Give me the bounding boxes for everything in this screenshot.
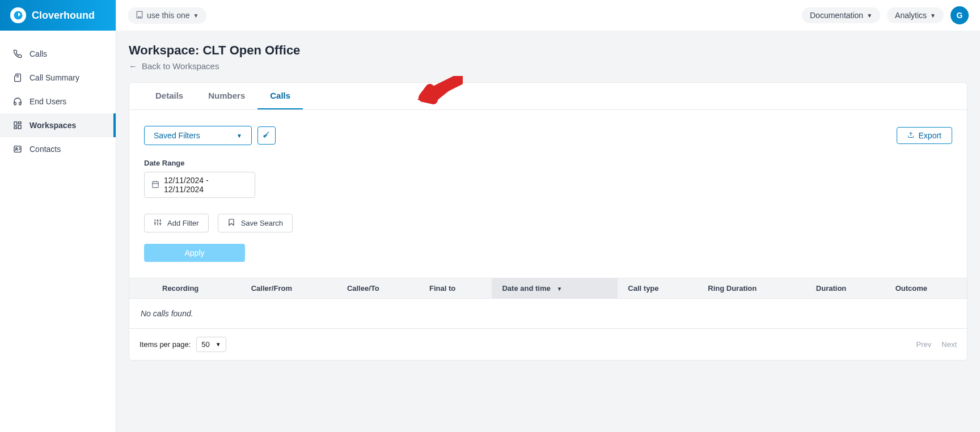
sidebar-item-contacts[interactable]: Contacts: [0, 137, 116, 161]
sort-desc-icon: ▼: [557, 286, 563, 292]
column-date-time[interactable]: Date and time ▼: [492, 278, 618, 299]
main-area: use this one ▼ Documentation ▼ Analytics…: [116, 0, 980, 432]
nav-label: Calls: [29, 49, 47, 58]
add-filter-label: Add Filter: [167, 219, 199, 227]
headset-icon: [12, 96, 23, 107]
documentation-link[interactable]: Documentation ▼: [802, 7, 880, 23]
save-search-label: Save Search: [241, 219, 283, 227]
building-icon: [136, 11, 143, 20]
svg-rect-2: [18, 125, 21, 129]
nav-label: Call Summary: [29, 73, 79, 82]
column-date-time-label: Date and time: [502, 284, 550, 293]
sidebar-item-calls[interactable]: Calls: [0, 42, 116, 66]
topbar: use this one ▼ Documentation ▼ Analytics…: [116, 0, 980, 31]
column-expand: [129, 278, 152, 299]
phone-icon: [12, 49, 23, 59]
clear-filters-button[interactable]: [257, 126, 276, 145]
filters-section: Saved Filters ▼: [129, 110, 967, 278]
workspace-selector-label: use this one: [147, 11, 190, 20]
tab-numbers[interactable]: Numbers: [196, 83, 257, 109]
tabs: Details Numbers Calls: [129, 83, 967, 110]
svg-rect-3: [14, 127, 17, 129]
upload-icon: [907, 131, 914, 140]
column-duration[interactable]: Duration: [806, 278, 885, 299]
save-search-button[interactable]: Save Search: [218, 214, 293, 232]
column-ring-duration[interactable]: Ring Duration: [698, 278, 806, 299]
chevron-down-icon: ▼: [236, 133, 242, 139]
workspace-selector[interactable]: use this one ▼: [128, 7, 206, 24]
date-range-input[interactable]: 12/11/2024 - 12/11/2024: [144, 172, 255, 198]
chevron-down-icon: ▼: [867, 12, 872, 19]
add-filter-button[interactable]: Add Filter: [144, 214, 209, 232]
svg-rect-0: [14, 122, 17, 125]
date-range-label: Date Range: [144, 159, 952, 167]
calls-table: Recording Caller/From Callee/To Final to…: [129, 278, 967, 328]
items-per-page-label: Items per page:: [140, 340, 191, 349]
items-per-page-value: 50: [201, 340, 209, 349]
sidebar-item-call-summary[interactable]: Call Summary: [0, 66, 116, 90]
nav-label: Workspaces: [29, 121, 76, 130]
chevron-down-icon: ▼: [193, 12, 199, 19]
chevron-down-icon: ▼: [216, 341, 221, 348]
bookmark-icon: [227, 218, 235, 228]
column-callee-to[interactable]: Callee/To: [337, 278, 419, 299]
tab-details[interactable]: Details: [143, 83, 196, 109]
export-label: Export: [919, 131, 941, 140]
back-to-workspaces-link[interactable]: ← Back to Workspaces: [129, 61, 968, 71]
nav-label: Contacts: [29, 145, 61, 154]
date-range-value: 12/11/2024 - 12/11/2024: [164, 176, 248, 194]
sliders-icon: [154, 218, 162, 228]
sidebar-item-end-users[interactable]: End Users: [0, 90, 116, 113]
prev-button[interactable]: Prev: [916, 340, 932, 349]
nav: Calls Call Summary End Users Workspaces: [0, 31, 116, 161]
column-caller-from[interactable]: Caller/From: [241, 278, 337, 299]
documentation-label: Documentation: [810, 11, 863, 20]
saved-filters-label: Saved Filters: [154, 131, 200, 140]
brand-header[interactable]: Cloverhound: [0, 0, 116, 31]
next-button[interactable]: Next: [941, 340, 957, 349]
svg-point-5: [16, 147, 18, 149]
items-per-page-select[interactable]: 50 ▼: [196, 337, 226, 352]
export-button[interactable]: Export: [897, 127, 952, 144]
pagination: Items per page: 50 ▼ Prev Next: [129, 328, 967, 360]
arrow-left-icon: ←: [129, 61, 137, 71]
page-title: Workspace: CLT Open Office: [129, 43, 968, 58]
column-final-to[interactable]: Final to: [419, 278, 492, 299]
chevron-down-icon: ▼: [930, 12, 936, 19]
analytics-link[interactable]: Analytics ▼: [887, 7, 944, 23]
avatar-initial: G: [957, 11, 963, 20]
column-recording[interactable]: Recording: [152, 278, 241, 299]
svg-rect-8: [153, 181, 159, 188]
contacts-icon: [12, 144, 23, 154]
broom-icon: [263, 130, 271, 141]
brand-logo-icon: [10, 7, 26, 23]
sidebar: Cloverhound Calls Call Summary End Users: [0, 0, 116, 432]
column-outcome[interactable]: Outcome: [885, 278, 967, 299]
content: Workspace: CLT Open Office ← Back to Wor…: [116, 31, 980, 373]
brand-name: Cloverhound: [32, 10, 95, 22]
sidebar-item-workspaces[interactable]: Workspaces: [0, 113, 116, 137]
nav-label: End Users: [29, 97, 66, 106]
user-avatar[interactable]: G: [951, 6, 969, 24]
column-call-type[interactable]: Call type: [618, 278, 698, 299]
tab-calls[interactable]: Calls: [257, 83, 303, 109]
call-summary-icon: [12, 73, 23, 83]
saved-filters-dropdown[interactable]: Saved Filters ▼: [144, 126, 252, 145]
empty-message: No calls found.: [129, 299, 967, 329]
svg-rect-1: [18, 122, 21, 124]
workspaces-icon: [12, 120, 23, 130]
workspace-card: Details Numbers Calls Saved Filters ▼: [129, 82, 968, 361]
analytics-label: Analytics: [895, 11, 927, 20]
calendar-icon: [151, 180, 159, 190]
apply-button[interactable]: Apply: [144, 244, 245, 262]
back-label: Back to Workspaces: [142, 61, 219, 71]
